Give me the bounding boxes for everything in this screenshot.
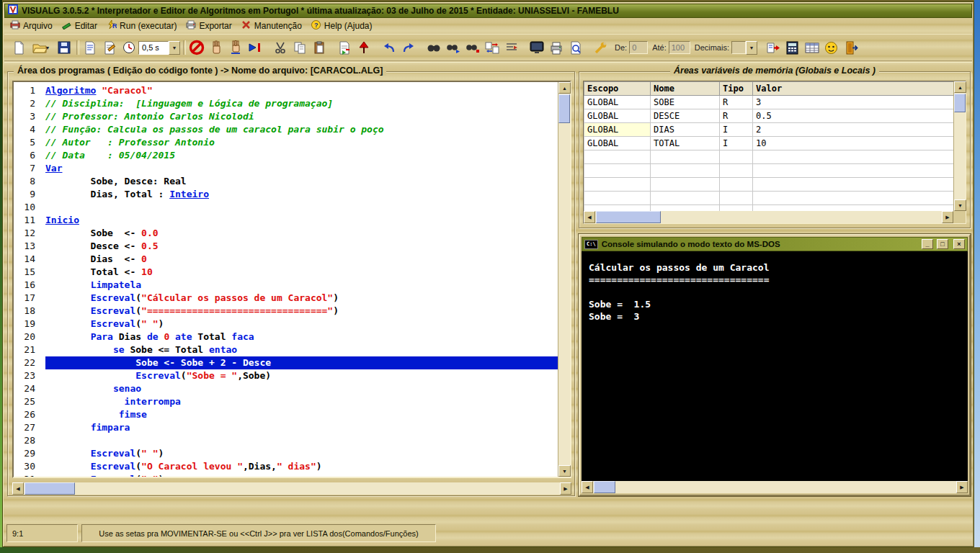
menu-arquivo[interactable]: Arquivo	[7, 19, 59, 32]
copy-page-icon[interactable]	[334, 38, 354, 58]
empty-cell[interactable]	[651, 164, 720, 178]
empty-cell[interactable]	[651, 150, 720, 164]
print-preview-icon[interactable]	[566, 38, 585, 58]
variable-cell[interactable]: GLOBAL	[584, 96, 651, 109]
code-line-27[interactable]: 27 fimpara	[14, 421, 558, 434]
code-line-19[interactable]: 19 Escreval(" ")	[14, 318, 558, 331]
column-header-valor[interactable]: Valor	[753, 82, 954, 96]
code-line-26[interactable]: 26 fimse	[14, 408, 558, 421]
code-line-7[interactable]: 7Var	[14, 162, 558, 175]
source-view-icon[interactable]	[80, 38, 99, 58]
empty-cell[interactable]	[584, 192, 651, 205]
console-hscroll-thumb[interactable]	[594, 481, 615, 493]
variable-cell[interactable]: 10	[753, 137, 954, 150]
empty-cell[interactable]	[720, 150, 753, 164]
save-icon[interactable]	[54, 38, 74, 58]
calculator-icon[interactable]	[783, 38, 802, 58]
scroll-down-button[interactable]: ▼	[954, 199, 966, 211]
indent-icon[interactable]	[502, 38, 521, 58]
code-line-29[interactable]: 29 Escreval(" ")	[14, 447, 558, 460]
decimals-dropdown-button[interactable]: ▼	[746, 41, 757, 55]
code-line-11[interactable]: 11Inicio	[14, 214, 558, 227]
variable-cell[interactable]: GLOBAL	[584, 109, 651, 123]
code-line-6[interactable]: 6// Data : 05/04/2015	[14, 149, 558, 162]
console-close-button[interactable]: ×	[953, 239, 965, 249]
empty-cell[interactable]	[753, 150, 954, 164]
code-editor[interactable]: 1Algoritmo "Caracol"2// Disciplina: [Lin…	[12, 81, 571, 478]
variable-cell[interactable]: GLOBAL	[584, 123, 651, 137]
variable-cell[interactable]: SOBE	[651, 96, 720, 109]
pause-hand-icon[interactable]	[206, 38, 226, 58]
replace-icon[interactable]	[482, 38, 502, 58]
menu-exportar[interactable]: Exportar	[183, 19, 238, 32]
export-data-icon[interactable]	[763, 38, 783, 58]
code-line-30[interactable]: 30 Escreval("O Caracol levou ",Dias," di…	[14, 460, 558, 473]
find-icon[interactable]	[424, 38, 443, 58]
find-next-icon[interactable]	[443, 38, 463, 58]
empty-cell[interactable]	[584, 164, 651, 178]
code-line-3[interactable]: 3// Professor: Antonio Carlos Nicolodi	[14, 110, 558, 123]
interval-end-field[interactable]: 100	[669, 41, 690, 54]
code-line-22[interactable]: 22 Sobe <- Sobe + 2 - Desce	[14, 356, 558, 369]
scroll-right-button[interactable]: ▶	[942, 211, 953, 223]
scroll-left-button[interactable]: ◀	[584, 211, 595, 223]
code-line-24[interactable]: 24 senao	[14, 382, 558, 395]
scroll-left-button[interactable]: ◀	[582, 481, 593, 493]
variables-table-area[interactable]: EscopoNomeTipoValorGLOBALSOBER3GLOBALDES…	[584, 81, 953, 211]
code-line-14[interactable]: 14 Dias <- 0	[14, 253, 558, 266]
delay-clock-icon[interactable]	[119, 38, 138, 58]
empty-cell[interactable]	[753, 192, 954, 205]
empty-cell[interactable]	[720, 205, 753, 212]
code-line-17[interactable]: 17 Escreval("Cálcular os passos de um Ca…	[14, 292, 558, 305]
scroll-up-button[interactable]: ▲	[558, 82, 571, 94]
editor-vertical-scrollbar[interactable]: ▲ ▼	[558, 82, 570, 477]
edit-source-icon[interactable]	[99, 38, 119, 58]
console-maximize-button[interactable]: □	[937, 239, 948, 249]
stop-icon[interactable]	[187, 38, 206, 58]
column-header-tipo[interactable]: Tipo	[720, 82, 753, 96]
code-line-10[interactable]: 10	[14, 201, 558, 214]
variable-cell[interactable]: R	[720, 109, 753, 123]
code-line-23[interactable]: 23 Escreval("Sobe = ",Sobe)	[14, 369, 558, 382]
empty-cell[interactable]	[753, 164, 954, 178]
variable-cell[interactable]: 0.5	[753, 109, 954, 123]
variable-cell[interactable]: 2	[753, 123, 954, 137]
empty-cell[interactable]	[720, 178, 753, 192]
variable-cell[interactable]: DESCE	[651, 109, 720, 123]
scroll-right-button[interactable]: ▶	[956, 481, 968, 493]
code-line-31[interactable]: 31 Escreval(" ")	[14, 473, 558, 477]
menu-run[interactable]: R Run (executar)	[104, 19, 183, 32]
assistant-icon[interactable]	[821, 38, 841, 58]
new-file-icon[interactable]	[9, 38, 28, 58]
code-line-1[interactable]: 1Algoritmo "Caracol"	[14, 84, 558, 97]
decimals-select[interactable]: ▼	[731, 41, 757, 55]
code-line-9[interactable]: 9 Dias, Total : Inteiro	[14, 188, 558, 201]
code-line-21[interactable]: 21 se Sobe <= Total entao	[14, 343, 558, 356]
variable-cell[interactable]: R	[720, 96, 753, 109]
cut-icon[interactable]	[270, 38, 290, 58]
code-lines[interactable]: 1Algoritmo "Caracol"2// Disciplina: [Lin…	[14, 82, 558, 477]
step-hand-icon[interactable]	[226, 38, 245, 58]
empty-cell[interactable]	[651, 205, 720, 212]
empty-cell[interactable]	[584, 178, 651, 192]
redo-icon[interactable]	[398, 38, 418, 58]
code-line-20[interactable]: 20 Para Dias de 0 ate Total faca	[14, 331, 558, 343]
variables-vscroll-thumb[interactable]	[954, 94, 966, 112]
menu-editar[interactable]: Editar	[59, 19, 104, 32]
editor-vscroll-thumb[interactable]	[558, 94, 570, 123]
code-line-2[interactable]: 2// Disciplina: [Linguagem e Lógica de p…	[14, 97, 558, 110]
empty-cell[interactable]	[584, 150, 651, 164]
empty-cell[interactable]	[651, 178, 720, 192]
interval-start-field[interactable]: 0	[629, 41, 648, 54]
code-line-18[interactable]: 18 Escreval("===========================…	[14, 305, 558, 318]
variable-cell[interactable]: 3	[753, 96, 954, 109]
column-header-escopo[interactable]: Escopo	[584, 82, 651, 96]
variable-cell[interactable]: I	[720, 137, 753, 150]
editor-hscroll-thumb[interactable]	[24, 482, 75, 495]
run-to-cursor-icon[interactable]	[245, 38, 264, 58]
scroll-left-button[interactable]: ◀	[12, 482, 24, 495]
code-line-8[interactable]: 8 Sobe, Desce: Real	[14, 175, 558, 188]
code-line-13[interactable]: 13 Desce <- 0.5	[14, 240, 558, 253]
variables-horizontal-scrollbar[interactable]: ◀ ▶	[584, 211, 953, 223]
column-header-nome[interactable]: Nome	[651, 82, 720, 96]
